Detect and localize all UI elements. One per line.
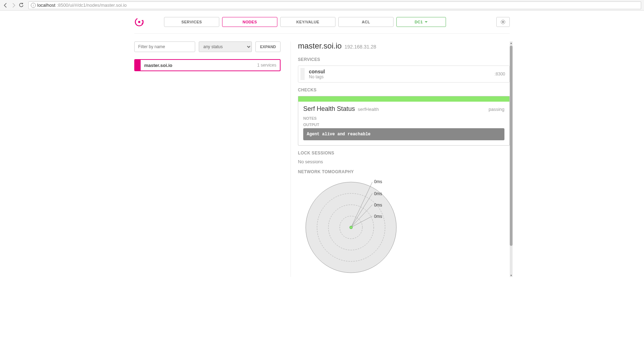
section-lock-sessions-label: LOCK SESSIONS [298,151,510,155]
nav-tabs: SERVICES NODES KEY/VALUE ACL DC1 [164,17,491,27]
svg-point-2 [142,20,142,21]
status-select[interactable]: any status [199,41,252,52]
node-item-count: 1 services [257,63,280,68]
service-status-indicator [300,68,305,80]
tomography-chart: 0ms 0ms 0ms 0ms [301,178,401,277]
svg-point-7 [502,21,504,23]
tomography-ring-label-0: 0ms [374,179,382,184]
tomography-ring-label-3: 0ms [374,214,382,219]
check-output: Agent alive and reachable [303,128,504,140]
svg-point-1 [138,21,140,23]
section-services-label: SERVICES [298,57,510,62]
dc-label: DC1 [415,20,423,24]
svg-point-3 [142,22,143,22]
check-header: Serf Health Status serfHealth passing [303,105,504,113]
svg-point-16 [350,226,352,229]
settings-button[interactable] [496,17,510,27]
svg-point-6 [143,23,143,23]
scroll-up-icon[interactable]: ▴ [510,41,513,45]
section-tomography-label: NETWORK TOMOGRAPHY [298,169,510,174]
service-tags: No tags [309,74,495,79]
service-port: :8300 [495,72,505,77]
no-sessions-text: No sessions [298,159,510,164]
tab-kv[interactable]: KEY/VALUE [280,17,335,27]
service-meta: consul No tags [309,69,495,79]
check-status: passing [488,107,504,112]
service-name: consul [309,69,495,74]
check-output-label: OUTPUT [303,123,504,127]
consul-logo-icon [134,17,144,27]
scroll-down-icon[interactable]: ▾ [510,274,513,277]
url-host: localhost [37,2,55,8]
svg-point-5 [143,21,143,21]
filter-input[interactable] [134,41,195,52]
tomography-ring-label-1: 0ms [374,191,382,196]
tab-acl[interactable]: ACL [338,17,394,27]
service-card[interactable]: consul No tags :8300 [298,66,510,83]
info-icon: i [31,3,36,8]
url-path: :8500/ui/#/dc1/nodes/master.soi.io [57,2,126,8]
tomography-ring-label-2: 0ms [374,203,382,208]
node-item-name: master.soi.io [141,63,257,68]
expand-button[interactable]: EXPAND [255,41,281,52]
gear-icon [500,19,506,25]
tab-services[interactable]: SERVICES [164,17,219,27]
header: SERVICES NODES KEY/VALUE ACL DC1 [134,11,510,34]
check-card: Serf Health Status serfHealth passing NO… [298,102,510,146]
tab-nodes[interactable]: NODES [222,17,277,27]
node-status-indicator [135,60,141,70]
check-id: serfHealth [358,107,379,112]
detail-panel: master.soi.io 192.168.31.28 SERVICES con… [290,41,510,277]
forward-icon [11,2,16,8]
node-ip: 192.168.31.28 [345,44,377,50]
filter-row: any status EXPAND [134,41,281,52]
svg-point-4 [142,23,142,24]
scroll-thumb[interactable] [510,46,513,246]
sidebar: any status EXPAND master.soi.io 1 servic… [134,41,281,277]
scrollbar[interactable]: ▴ ▾ [510,41,513,277]
browser-bar: i localhost:8500/ui/#/dc1/nodes/master.s… [0,0,644,11]
node-list-item[interactable]: master.soi.io 1 services [134,59,281,71]
detail-title: master.soi.io 192.168.31.28 [298,41,510,51]
check-status-bar [298,96,510,102]
section-checks-label: CHECKS [298,87,510,92]
check-title: Serf Health Status [303,105,355,113]
url-bar[interactable]: i localhost:8500/ui/#/dc1/nodes/master.s… [28,1,641,9]
check-notes-label: NOTES [303,116,504,120]
back-icon[interactable] [3,2,9,8]
tab-datacenter[interactable]: DC1 [396,17,446,27]
reload-icon[interactable] [18,2,24,8]
node-name: master.soi.io [298,41,342,51]
